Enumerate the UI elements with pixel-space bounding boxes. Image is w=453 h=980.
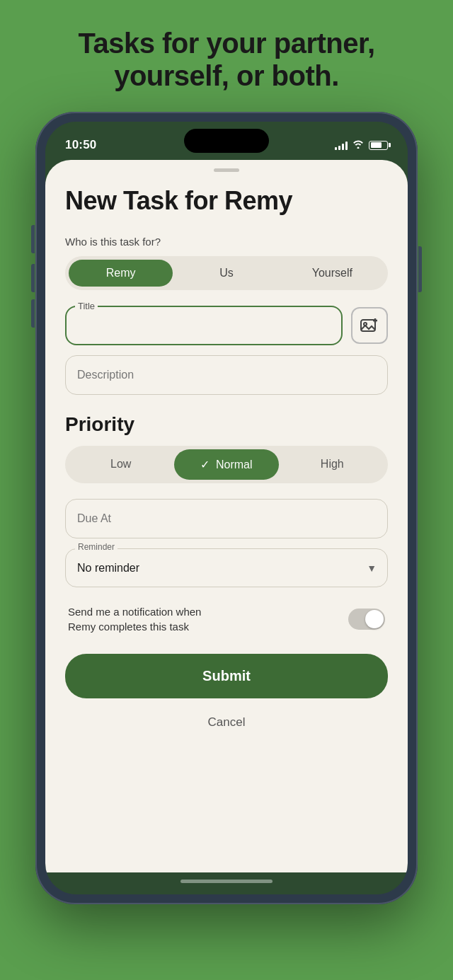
dynamic-island: [184, 129, 269, 153]
page-title: New Task for Remy: [65, 186, 388, 216]
wifi-icon: [352, 139, 364, 151]
notification-row: Send me a notification when Remy complet…: [65, 604, 388, 634]
hero-line1: Tasks for your partner,: [78, 28, 374, 59]
title-input-container: Title: [65, 306, 343, 345]
priority-low[interactable]: Low: [69, 449, 173, 480]
priority-normal[interactable]: ✓ Normal: [174, 449, 278, 480]
due-at-input[interactable]: [65, 499, 388, 538]
battery-fill: [371, 142, 382, 148]
priority-control: Low ✓ Normal High: [65, 446, 388, 483]
check-mark: ✓: [200, 459, 212, 471]
hero-line2: yourself, or both.: [114, 60, 339, 91]
title-field-wrap: Title: [65, 306, 388, 345]
drag-handle: [214, 168, 239, 172]
phone-screen: 10:50 New Task for Remy Who is: [45, 122, 408, 894]
priority-high[interactable]: High: [280, 449, 384, 480]
add-image-button[interactable]: [351, 307, 388, 344]
hero-section: Tasks for your partner, yourself, or bot…: [50, 0, 403, 112]
title-label: Title: [75, 301, 98, 311]
toggle-knob: [365, 610, 384, 628]
notification-text: Send me a notification when Remy complet…: [68, 604, 337, 634]
task-for-yourself[interactable]: Yourself: [280, 260, 384, 287]
reminder-container: Reminder No reminder At time of due date…: [65, 548, 388, 587]
home-indicator: [180, 880, 273, 883]
svg-rect-0: [361, 320, 375, 331]
status-icons: [335, 139, 388, 151]
home-indicator-bar: [45, 872, 408, 894]
content-card: New Task for Remy Who is this task for? …: [45, 160, 408, 872]
notification-toggle[interactable]: [348, 609, 385, 630]
phone-shell: 10:50 New Task for Remy Who is: [35, 112, 418, 904]
title-input[interactable]: [78, 318, 330, 335]
task-for-us[interactable]: Us: [174, 260, 278, 287]
status-time: 10:50: [65, 138, 96, 152]
signal-icon: [335, 141, 348, 150]
reminder-select[interactable]: No reminder At time of due date 5 minute…: [65, 548, 388, 587]
priority-label: Priority: [65, 413, 388, 436]
battery-icon: [369, 141, 388, 150]
submit-button[interactable]: Submit: [65, 654, 388, 698]
reminder-label: Reminder: [75, 542, 117, 552]
cancel-button[interactable]: Cancel: [65, 710, 388, 735]
task-for-remy[interactable]: Remy: [69, 260, 173, 287]
description-input[interactable]: [65, 355, 388, 395]
add-image-icon: [360, 317, 379, 334]
status-bar: 10:50: [45, 122, 408, 160]
task-for-label: Who is this task for?: [65, 236, 388, 248]
task-for-control: Remy Us Yourself: [65, 256, 388, 290]
